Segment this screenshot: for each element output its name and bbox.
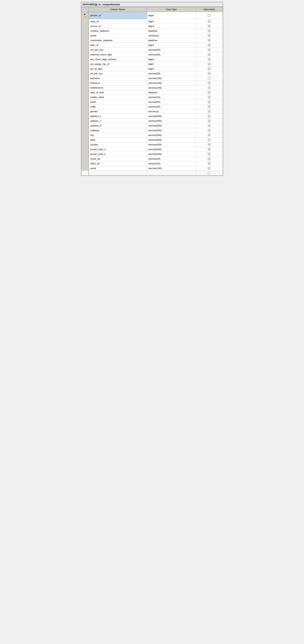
allow-nulls-checkbox[interactable]	[208, 158, 210, 160]
column-name-cell[interactable]: address_1	[89, 114, 147, 118]
column-name-cell[interactable]: email	[89, 166, 147, 170]
data-type-cell[interactable]: varchar(100)	[147, 166, 196, 170]
allow-nulls-checkbox[interactable]	[208, 91, 210, 94]
allow-nulls-cell[interactable]	[196, 12, 223, 19]
data-type-cell[interactable]: varchar(500)	[147, 133, 196, 138]
allow-nulls-cell[interactable]	[196, 19, 223, 24]
allow-nulls-checkbox[interactable]	[208, 39, 210, 42]
data-type-cell[interactable]: datetime	[147, 28, 196, 33]
data-type-cell[interactable]: bigint	[147, 43, 196, 48]
allow-nulls-cell[interactable]	[196, 95, 223, 100]
allow-nulls-checkbox[interactable]	[208, 167, 210, 170]
column-name-cell[interactable]: ext_pat_mrn	[89, 48, 147, 52]
allow-nulls-cell[interactable]	[196, 66, 223, 71]
column-name-cell[interactable]: lastname	[89, 76, 147, 80]
data-type-cell[interactable]: bigint	[147, 19, 196, 24]
data-type-cell[interactable]: varchar(100)	[147, 85, 196, 90]
data-type-cell[interactable]	[147, 170, 196, 175]
allow-nulls-checkbox[interactable]	[208, 153, 210, 155]
data-type-cell[interactable]: bigint	[147, 24, 196, 28]
column-name-cell[interactable]: country	[89, 142, 147, 147]
column-name-cell[interactable]: ext_id_type	[89, 66, 147, 71]
allow-nulls-checkbox[interactable]	[208, 58, 210, 60]
data-type-cell[interactable]: varchar(25)	[147, 161, 196, 166]
column-name-cell[interactable]: active	[89, 33, 147, 38]
column-name-cell[interactable]: int_pat_mrn	[89, 71, 147, 76]
allow-nulls-cell[interactable]	[196, 71, 223, 76]
allow-nulls-checkbox[interactable]	[208, 134, 210, 136]
allow-nulls-checkbox[interactable]	[208, 86, 210, 89]
data-type-cell[interactable]: varchar(500)	[147, 118, 196, 123]
allow-nulls-checkbox[interactable]	[208, 148, 210, 150]
column-name-cell[interactable]: state	[89, 138, 147, 142]
allow-nulls-cell[interactable]	[196, 85, 223, 90]
allow-nulls-cell[interactable]	[196, 62, 223, 66]
data-type-cell[interactable]: varchar(500)	[147, 114, 196, 118]
allow-nulls-cell[interactable]	[196, 104, 223, 109]
data-type-cell[interactable]: varchar(50)	[147, 104, 196, 109]
column-name-cell[interactable]: ext_check_digit_scheme	[89, 57, 147, 62]
allow-nulls-cell[interactable]	[196, 57, 223, 62]
column-name-cell[interactable]: creation_datetime	[89, 28, 147, 33]
allow-nulls-checkbox[interactable]	[208, 105, 210, 108]
allow-nulls-cell[interactable]	[196, 123, 223, 128]
allow-nulls-cell[interactable]	[196, 52, 223, 57]
allow-nulls-checkbox[interactable]	[208, 124, 210, 127]
data-type-cell[interactable]: varchar(500)	[147, 128, 196, 133]
allow-nulls-cell[interactable]	[196, 33, 223, 38]
data-type-cell[interactable]: varchar(50)	[147, 48, 196, 52]
allow-nulls-cell[interactable]	[196, 161, 223, 166]
data-type-cell[interactable]: varchar(100)	[147, 80, 196, 85]
data-type-cell[interactable]: varchar(25)	[147, 95, 196, 100]
column-name-cell[interactable]: gender	[89, 109, 147, 114]
allow-nulls-checkbox[interactable]	[208, 100, 210, 103]
data-type-cell[interactable]: varchar(1)	[147, 109, 196, 114]
column-name-cell[interactable]: alias_id	[89, 43, 147, 48]
data-type-cell[interactable]: varchar(50)	[147, 52, 196, 57]
column-name-cell[interactable]: person_id	[89, 12, 147, 19]
column-name-cell[interactable]: postal_code_1	[89, 147, 147, 152]
column-name-cell[interactable]: home_tel	[89, 156, 147, 161]
allow-nulls-cell[interactable]	[196, 76, 223, 80]
data-type-cell[interactable]: varchar(500)	[147, 138, 196, 142]
allow-nulls-cell[interactable]	[196, 80, 223, 85]
allow-nulls-checkbox[interactable]	[208, 34, 210, 37]
column-name-cell[interactable]: source_id	[89, 24, 147, 28]
column-name-cell[interactable]: inactivation_datetime	[89, 38, 147, 43]
data-type-cell[interactable]: datetime	[147, 38, 196, 43]
allow-nulls-checkbox[interactable]	[208, 14, 210, 17]
allow-nulls-checkbox[interactable]	[208, 138, 210, 141]
allow-nulls-checkbox[interactable]	[208, 120, 210, 122]
allow-nulls-cell[interactable]	[196, 90, 223, 95]
allow-nulls-cell[interactable]	[196, 38, 223, 43]
allow-nulls-checkbox[interactable]	[208, 30, 210, 32]
allow-nulls-checkbox[interactable]	[208, 172, 210, 174]
column-name-cell[interactable]: date_of_birth	[89, 90, 147, 95]
allow-nulls-checkbox[interactable]	[208, 20, 210, 22]
data-type-cell[interactable]: bigint	[147, 12, 196, 19]
column-name-cell[interactable]	[89, 170, 147, 175]
allow-nulls-checkbox[interactable]	[208, 82, 210, 84]
allow-nulls-checkbox[interactable]	[208, 110, 210, 112]
allow-nulls-checkbox[interactable]	[208, 77, 210, 80]
allow-nulls-cell[interactable]	[196, 43, 223, 48]
allow-nulls-cell[interactable]	[196, 48, 223, 52]
allow-nulls-checkbox[interactable]	[208, 162, 210, 165]
allow-nulls-checkbox[interactable]	[208, 72, 210, 75]
allow-nulls-checkbox[interactable]	[208, 129, 210, 132]
data-type-cell[interactable]: varchar(50)	[147, 100, 196, 104]
allow-nulls-cell[interactable]	[196, 133, 223, 138]
column-name-cell[interactable]: prefix	[89, 100, 147, 104]
column-name-cell[interactable]: city	[89, 133, 147, 138]
allow-nulls-checkbox[interactable]	[208, 68, 210, 70]
allow-nulls-cell[interactable]	[196, 24, 223, 28]
data-type-cell[interactable]: datetime	[147, 90, 196, 95]
data-type-cell[interactable]: bigint	[147, 66, 196, 71]
column-name-cell[interactable]: postal_code_2	[89, 152, 147, 156]
allow-nulls-checkbox[interactable]	[208, 96, 210, 98]
data-type-cell[interactable]: varchar(1)	[147, 33, 196, 38]
column-name-cell[interactable]: mailstop	[89, 128, 147, 133]
data-type-cell[interactable]: varchar(500)	[147, 147, 196, 152]
column-name-cell[interactable]: empi_id	[89, 19, 147, 24]
allow-nulls-cell[interactable]	[196, 152, 223, 156]
